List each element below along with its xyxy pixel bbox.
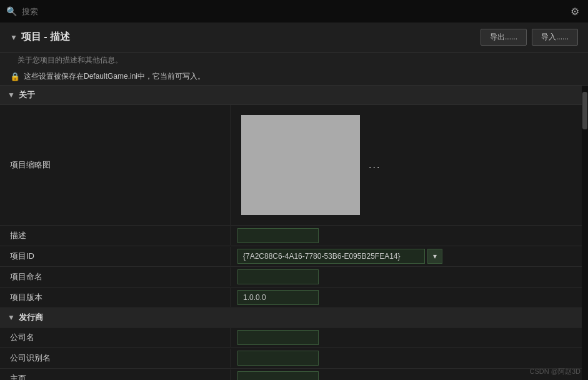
thumbnail-row: 项目缩略图 ... bbox=[0, 105, 582, 226]
thumbnail-label: 项目缩略图 bbox=[0, 105, 231, 225]
lock-icon: 🔒 bbox=[10, 72, 20, 81]
import-button[interactable]: 导入...... bbox=[532, 29, 578, 46]
project-id-select-wrap: ▾ bbox=[237, 249, 442, 264]
header-buttons: 导出...... 导入...... bbox=[481, 29, 578, 46]
lock-message: 这些设置被保存在DefaultGame.ini中，它当前可写入。 bbox=[24, 71, 205, 82]
gear-icon: ⚙ bbox=[571, 6, 579, 17]
project-id-input[interactable] bbox=[237, 249, 425, 264]
thumbnail-menu-button[interactable]: ... bbox=[366, 157, 383, 173]
collapse-icon[interactable]: ▼ bbox=[10, 33, 17, 42]
homepage-input[interactable] bbox=[237, 371, 319, 380]
about-collapse-icon[interactable]: ▼ bbox=[7, 91, 15, 99]
company-id-row: 公司识别名 bbox=[0, 348, 582, 369]
top-bar: 🔍 ⚙ bbox=[0, 0, 588, 22]
thumbnail-value: ... bbox=[231, 105, 582, 225]
homepage-label: 主页 bbox=[0, 369, 231, 380]
page-title: 项目 - 描述 bbox=[21, 31, 70, 44]
description-label: 描述 bbox=[0, 226, 231, 245]
project-name-label: 项目命名 bbox=[0, 268, 231, 286]
title-row: ▼ 项目 - 描述 bbox=[10, 31, 70, 44]
scroll-content: ▼ 关于 项目缩略图 ... 描述 项目ID ▾ bbox=[0, 86, 582, 380]
scrollbar-thumb[interactable] bbox=[582, 92, 587, 129]
export-button[interactable]: 导出...... bbox=[481, 29, 527, 46]
company-id-value bbox=[231, 348, 582, 368]
company-name-label: 公司名 bbox=[0, 328, 231, 347]
company-name-input[interactable] bbox=[237, 330, 319, 345]
project-id-row: 项目ID ▾ bbox=[0, 246, 582, 267]
project-id-label: 项目ID bbox=[0, 247, 231, 266]
about-category-header[interactable]: ▼ 关于 bbox=[0, 86, 582, 105]
project-version-label: 项目版本 bbox=[0, 288, 231, 307]
homepage-row: 主页 bbox=[0, 369, 582, 380]
project-name-row: 项目命名 bbox=[0, 267, 582, 288]
publisher-label: 发行商 bbox=[19, 312, 43, 323]
description-row: 描述 bbox=[0, 226, 582, 246]
company-id-input[interactable] bbox=[237, 351, 319, 366]
search-input[interactable] bbox=[22, 7, 563, 16]
search-icon: 🔍 bbox=[6, 6, 17, 16]
section-header: ▼ 项目 - 描述 导出...... 导入...... bbox=[0, 22, 588, 52]
project-version-value bbox=[231, 288, 582, 308]
watermark: CSDN @阿赵3D bbox=[530, 367, 581, 376]
section-subtitle: 关于您项目的描述和其他信息。 bbox=[0, 52, 588, 68]
scrollbar[interactable] bbox=[582, 86, 588, 380]
company-id-label: 公司识别名 bbox=[0, 349, 231, 368]
project-id-dropdown-button[interactable]: ▾ bbox=[427, 249, 442, 264]
description-value bbox=[231, 226, 582, 246]
gear-button[interactable]: ⚙ bbox=[568, 4, 582, 19]
publisher-collapse-icon[interactable]: ▼ bbox=[7, 313, 15, 322]
project-id-value: ▾ bbox=[231, 246, 582, 266]
project-name-value bbox=[231, 267, 582, 287]
company-name-value bbox=[231, 328, 582, 348]
project-name-input[interactable] bbox=[237, 269, 319, 284]
description-input[interactable] bbox=[237, 228, 319, 243]
thumbnail-image[interactable] bbox=[241, 115, 360, 215]
project-version-row: 项目版本 bbox=[0, 288, 582, 308]
lock-bar: 🔒 这些设置被保存在DefaultGame.ini中，它当前可写入。 bbox=[0, 68, 588, 86]
project-version-input[interactable] bbox=[237, 290, 319, 305]
about-label: 关于 bbox=[19, 89, 35, 101]
company-name-row: 公司名 bbox=[0, 328, 582, 348]
publisher-category-header[interactable]: ▼ 发行商 bbox=[0, 308, 582, 328]
main-area: ▼ 关于 项目缩略图 ... 描述 项目ID ▾ bbox=[0, 86, 588, 380]
